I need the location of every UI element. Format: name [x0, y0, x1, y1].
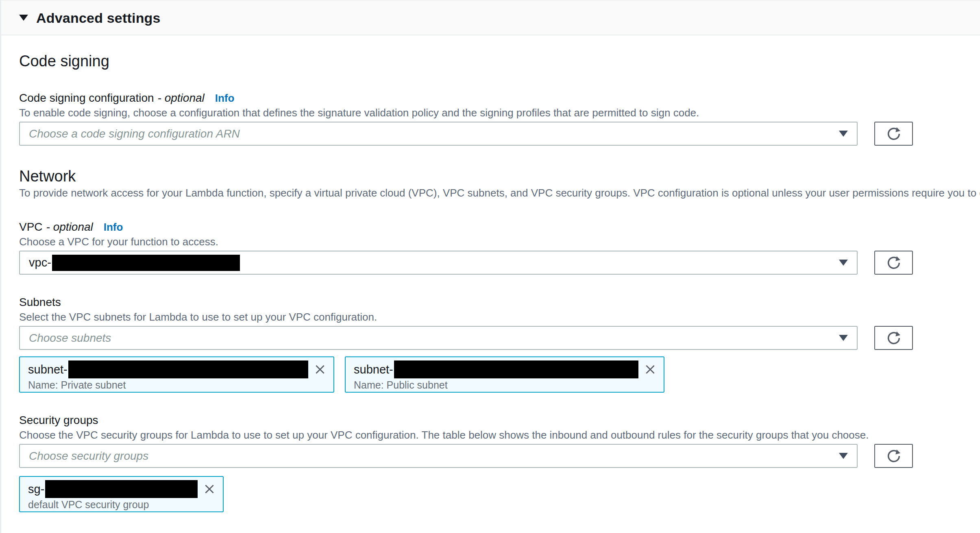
refresh-icon	[886, 330, 902, 346]
subnets-control-row: Choose subnets	[19, 326, 980, 350]
field-label: Subnets	[19, 295, 61, 310]
panel-title: Advanced settings	[36, 11, 161, 25]
network-description: To provide network access for your Lambd…	[19, 186, 980, 199]
refresh-icon	[886, 448, 902, 464]
dismiss-token-button[interactable]	[643, 363, 657, 376]
refresh-icon	[886, 255, 902, 271]
redacted-value	[52, 255, 240, 271]
security-groups-label-row: Security groups	[19, 413, 980, 428]
token-secondary-label: Name: Private subnet	[28, 379, 327, 391]
caret-down-icon	[839, 453, 848, 459]
security-groups-control-row: Choose security groups	[19, 444, 980, 468]
subnet-token: subnet- Name: Public subnet	[345, 356, 664, 393]
security-group-token: sg- default VPC security group	[19, 476, 224, 512]
field-description: Choose the VPC security groups for Lambd…	[19, 428, 980, 441]
caret-down-icon	[839, 335, 848, 341]
code-signing-configuration-field: Code signing configuration - optional In…	[19, 91, 980, 146]
security-groups-select[interactable]: Choose security groups	[19, 444, 858, 468]
vpc-select[interactable]: vpc-	[19, 251, 858, 275]
triangle-down-icon	[19, 15, 28, 21]
redacted-value	[394, 360, 638, 378]
select-placeholder: Choose security groups	[29, 450, 148, 463]
caret-down-icon	[839, 260, 848, 266]
dismiss-token-button[interactable]	[313, 363, 327, 376]
token-secondary-label: Name: Public subnet	[354, 379, 657, 391]
field-description: Select the VPC subnets for Lambda to use…	[19, 310, 980, 323]
code-signing-configuration-label-row: Code signing configuration - optional In…	[19, 91, 980, 105]
refresh-icon	[886, 126, 902, 142]
redacted-value	[45, 480, 198, 498]
refresh-button[interactable]	[874, 326, 913, 350]
select-placeholder: Choose a code signing configuration ARN	[29, 127, 240, 140]
advanced-settings-toggle[interactable]: Advanced settings	[1, 0, 980, 35]
vpc-control-row: vpc-	[19, 251, 980, 275]
advanced-settings-panel: Advanced settings Code signing Code sign…	[0, 0, 980, 533]
security-groups-field: Security groups Choose the VPC security …	[19, 413, 980, 512]
code-signing-heading: Code signing	[19, 52, 980, 70]
field-label: VPC	[19, 220, 43, 234]
network-heading: Network	[19, 167, 980, 186]
info-link[interactable]: Info	[104, 220, 123, 234]
refresh-button[interactable]	[874, 251, 913, 275]
close-icon	[203, 483, 216, 496]
optional-suffix: - optional	[158, 91, 205, 105]
subnet-token: subnet- Name: Private subnet	[19, 356, 334, 393]
advanced-settings-content: Code signing Code signing configuration …	[1, 35, 980, 512]
token-secondary-label: default VPC security group	[28, 498, 216, 511]
refresh-button[interactable]	[874, 444, 913, 468]
field-description: Choose a VPC for your function to access…	[19, 235, 980, 248]
subnets-select[interactable]: Choose subnets	[19, 326, 858, 350]
redacted-value	[68, 360, 308, 378]
info-link[interactable]: Info	[215, 91, 235, 105]
token-value: subnet-	[28, 363, 68, 376]
dismiss-token-button[interactable]	[203, 482, 216, 496]
token-value: sg-	[28, 483, 44, 496]
subnets-field: Subnets Select the VPC subnets for Lambd…	[19, 295, 980, 393]
field-label: Security groups	[19, 413, 98, 428]
subnet-tokens: subnet- Name: Private subnet subnet-	[19, 356, 980, 393]
close-icon	[644, 363, 657, 376]
close-icon	[314, 363, 327, 376]
field-description: To enable code signing, choose a configu…	[19, 106, 980, 119]
vpc-field: VPC - optional Info Choose a VPC for you…	[19, 220, 980, 275]
code-signing-select[interactable]: Choose a code signing configuration ARN	[19, 122, 858, 146]
token-value: subnet-	[354, 363, 393, 376]
code-signing-control-row: Choose a code signing configuration ARN	[19, 122, 980, 146]
field-label: Code signing configuration	[19, 91, 154, 105]
select-placeholder: Choose subnets	[29, 332, 111, 345]
vpc-label-row: VPC - optional Info	[19, 220, 980, 234]
vpc-selected-value: vpc-	[29, 256, 51, 269]
subnets-label-row: Subnets	[19, 295, 980, 310]
caret-down-icon	[839, 131, 848, 137]
refresh-button[interactable]	[874, 122, 913, 146]
optional-suffix: - optional	[46, 220, 93, 234]
